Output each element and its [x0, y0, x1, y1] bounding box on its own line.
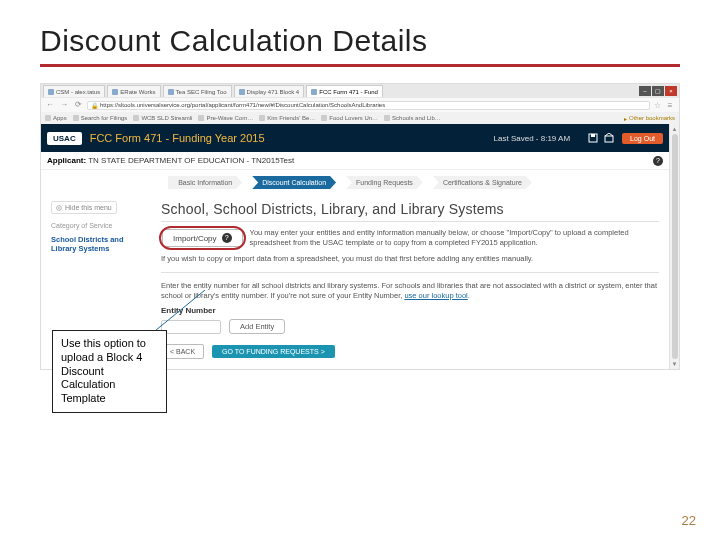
applicant-name: TN STATE DEPARTMENT OF EDUCATION - TN201…: [88, 156, 294, 165]
bookmark-item[interactable]: Schools and Lib…: [384, 115, 441, 121]
save-icon[interactable]: [588, 133, 598, 143]
main-content: School, School Districts, Library, and L…: [151, 195, 669, 369]
title-rule: [40, 64, 680, 67]
entity-number-label: Entity Number: [161, 306, 659, 315]
window-close-icon[interactable]: ×: [665, 86, 677, 96]
applicant-help-icon[interactable]: ?: [653, 156, 663, 166]
browser-menu-icon[interactable]: ≡: [665, 101, 675, 110]
forward-icon[interactable]: →: [59, 100, 69, 110]
browser-tab[interactable]: ERate Works: [107, 85, 160, 97]
back-button[interactable]: < BACK: [161, 344, 204, 359]
gear-icon: [56, 205, 62, 211]
callout-box: Use this option to upload a Block 4 Disc…: [52, 330, 167, 413]
bookmark-item[interactable]: WCB SLD Streamli: [133, 115, 192, 121]
bookmark-star-icon[interactable]: ☆: [654, 101, 661, 110]
progress-bar: Basic Information Discount Calculation F…: [41, 170, 669, 195]
intro-paragraph-2: If you wish to copy or import data from …: [161, 254, 659, 264]
last-saved-label: Last Saved - 8:19 AM: [494, 134, 571, 143]
lock-icon: 🔒: [91, 102, 98, 109]
logout-button[interactable]: Log Out: [622, 133, 663, 144]
lookup-tool-link[interactable]: use our lookup tool: [404, 291, 467, 300]
other-bookmarks[interactable]: ▸ Other bookmarks: [624, 115, 675, 122]
entry-instructions: Enter the entity number for all school d…: [161, 281, 659, 301]
hide-menu-button[interactable]: Hide this menu: [51, 201, 117, 214]
browser-tab-active[interactable]: FCC Form 471 - Fund: [306, 85, 383, 97]
entity-number-input[interactable]: [161, 320, 221, 334]
go-to-funding-requests-button[interactable]: GO TO FUNDING REQUESTS >: [212, 345, 335, 358]
browser-tab-bar: CSM - alex.tatus ERate Works Tea SEC Fil…: [41, 84, 679, 98]
step-basic-information[interactable]: Basic Information: [168, 176, 242, 189]
step-discount-calculation[interactable]: Discount Calculation: [252, 176, 336, 189]
intro-paragraph-1: You may enter your entities and entity i…: [250, 228, 659, 248]
bookmark-item[interactable]: Kim Friends' Be…: [259, 115, 315, 121]
scroll-up-icon[interactable]: ▲: [672, 126, 678, 132]
import-help-icon[interactable]: ?: [222, 233, 232, 243]
svg-rect-1: [591, 134, 595, 137]
bookmark-item[interactable]: Food Lovers Un…: [321, 115, 378, 121]
scrollbar[interactable]: ▲ ▼: [669, 124, 679, 369]
window-maximize-icon[interactable]: ▢: [652, 86, 664, 96]
app-header: USAC FCC Form 471 - Funding Year 2015 La…: [41, 124, 669, 152]
divider: [161, 272, 659, 273]
page-number: 22: [682, 513, 696, 528]
window-minimize-icon[interactable]: –: [639, 86, 651, 96]
step-certifications-signature[interactable]: Certifications & Signature: [433, 176, 532, 189]
bookmark-item[interactable]: Pre-Wave Com…: [198, 115, 253, 121]
back-icon[interactable]: ←: [45, 100, 55, 110]
menu-section-label: Category of Service: [51, 222, 145, 229]
browser-tab[interactable]: CSM - alex.tatus: [43, 85, 105, 97]
address-bar: ← → ⟳ 🔒https://sltools.universalservice.…: [41, 98, 679, 112]
import-copy-button[interactable]: Import/Copy ?: [162, 229, 243, 247]
scroll-thumb[interactable]: [672, 134, 678, 359]
bookmark-item[interactable]: Search for Filings: [73, 115, 128, 121]
bookmark-item[interactable]: Apps: [45, 115, 67, 121]
applicant-row: Applicant: TN STATE DEPARTMENT OF EDUCAT…: [41, 152, 669, 170]
svg-point-4: [58, 207, 59, 208]
sidebar-link-school-districts[interactable]: School Districts and Library Systems: [51, 235, 145, 253]
step-funding-requests[interactable]: Funding Requests: [346, 176, 423, 189]
browser-window: CSM - alex.tatus ERate Works Tea SEC Fil…: [40, 83, 680, 370]
bookmark-bar: Apps Search for Filings WCB SLD Streamli…: [41, 112, 679, 124]
url-field[interactable]: 🔒https://sltools.universalservice.org/po…: [87, 101, 650, 110]
slide-title: Discount Calculation Details: [40, 24, 680, 58]
add-entity-button[interactable]: Add Entity: [229, 319, 285, 334]
browser-tab[interactable]: Display 471 Block 4: [234, 85, 305, 97]
applicant-label: Applicant:: [47, 156, 86, 165]
browser-tab[interactable]: Tea SEC Filing Too: [163, 85, 232, 97]
page-heading: School, School Districts, Library, and L…: [161, 201, 659, 217]
heading-rule: [161, 221, 659, 222]
help-icon[interactable]: [604, 133, 614, 143]
usac-logo: USAC: [47, 132, 82, 145]
scroll-down-icon[interactable]: ▼: [672, 361, 678, 367]
svg-rect-2: [605, 136, 613, 142]
form-title: FCC Form 471 - Funding Year 2015: [90, 132, 265, 144]
reload-icon[interactable]: ⟳: [73, 100, 83, 110]
